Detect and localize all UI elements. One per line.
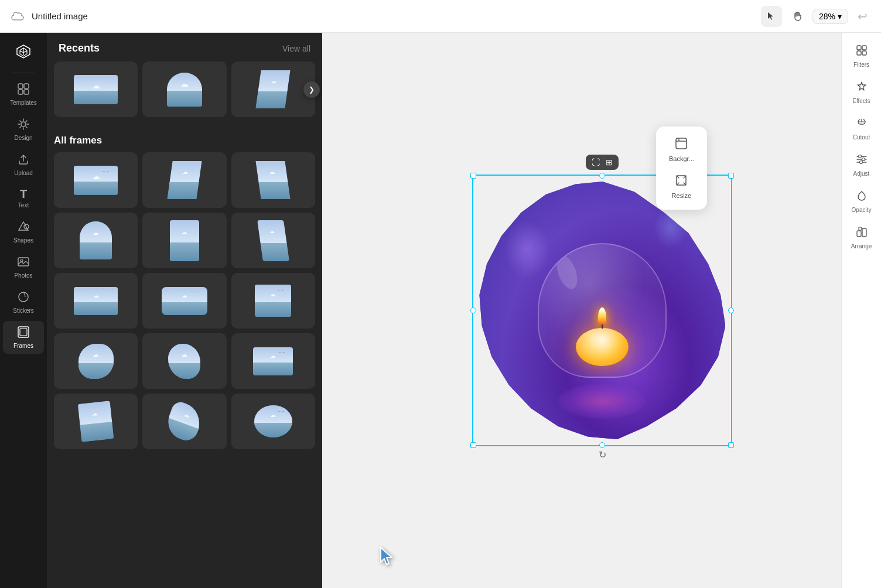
filters-icon [856, 45, 868, 59]
adjust-label: Adjust [853, 170, 870, 177]
frame-item-4[interactable]: ☁ [54, 213, 138, 268]
design-icon [17, 118, 30, 132]
document-title: Untitled image [32, 11, 88, 21]
adjust-icon [856, 153, 868, 168]
all-frames-grid: ☁ ~ ~ ☁ [54, 152, 315, 449]
sidebar-item-design[interactable]: Design [3, 113, 44, 146]
upload-label: Upload [14, 170, 33, 176]
transform-bar: ⛶ ⊞ [586, 155, 619, 170]
frame-item-2[interactable]: ☁ [142, 152, 226, 208]
right-item-arrange[interactable]: Arrange [844, 221, 879, 254]
background-label: Backgr... [669, 155, 694, 162]
cloud-icon [9, 8, 26, 25]
rotate-handle[interactable]: ↻ [599, 449, 606, 460]
shapes-label: Shapes [13, 237, 33, 244]
frame-item-10[interactable]: ☁ [54, 333, 138, 389]
hand-tool-button[interactable] [787, 6, 808, 27]
frame-item-7[interactable]: ☁ [54, 273, 138, 329]
sidebar-item-templates[interactable]: Templates [3, 78, 44, 111]
resize-button[interactable]: Resize [662, 169, 701, 204]
frame-item-14[interactable]: ☁ [142, 394, 226, 449]
frame-item-11[interactable]: ☁ [142, 333, 226, 389]
recent-frame-3[interactable]: ☁ [231, 61, 315, 117]
panel-content: ☁ ☁ [47, 61, 322, 588]
topbar-left: Untitled image [9, 8, 88, 25]
svg-rect-3 [24, 90, 29, 94]
selection-box[interactable]: ⛶ ⊞ ↻ [472, 175, 732, 446]
recent-frame-2[interactable]: ☁ [142, 61, 226, 117]
recents-title: Recents [59, 42, 100, 54]
view-all-button[interactable]: View all [282, 44, 310, 53]
canvas-image-container: ⛶ ⊞ ↻ [472, 175, 732, 446]
right-item-filters[interactable]: Filters [844, 40, 879, 73]
right-item-adjust[interactable]: Adjust [844, 149, 879, 182]
upload-icon [17, 153, 30, 167]
canvas-area[interactable]: Backgr... Resize ⛶ [322, 33, 841, 588]
shapes-icon [17, 220, 30, 235]
recent-frame-1[interactable]: ☁ [54, 61, 138, 117]
zoom-level: 28% [819, 12, 835, 21]
svg-rect-25 [859, 227, 862, 230]
frame-item-1[interactable]: ☁ ~ ~ [54, 152, 138, 208]
background-icon [675, 137, 688, 153]
recents-grid: ☁ ☁ [54, 61, 315, 117]
sidebar-item-frames[interactable]: Frames [3, 321, 44, 354]
frame-item-12[interactable]: ☁ ~ ~ [231, 333, 315, 389]
right-item-effects[interactable]: Effects [844, 76, 879, 109]
frame-item-8[interactable]: ☁ ~ ~ [142, 273, 226, 329]
frame-item-3[interactable]: ☁ [231, 152, 315, 208]
frame-item-6[interactable]: ☁ [231, 213, 315, 268]
candle-image [473, 176, 731, 445]
text-label: Text [18, 202, 29, 208]
select-tool-button[interactable] [761, 6, 782, 27]
cursor-pointer [378, 546, 397, 570]
svg-rect-11 [676, 138, 687, 149]
sidebar-item-upload[interactable]: Upload [3, 148, 44, 181]
filters-label: Filters [853, 61, 869, 68]
effects-label: Effects [852, 98, 870, 104]
app-logo [12, 40, 35, 63]
topbar-right: 28% ▾ ↩ [761, 6, 872, 27]
cutout-icon [856, 117, 868, 132]
arrange-label: Arrange [851, 243, 872, 249]
recents-next-arrow[interactable]: ❯ [303, 81, 320, 98]
svg-rect-14 [862, 46, 866, 50]
right-item-cutout[interactable]: Cutout [844, 112, 879, 145]
canvas-white: Backgr... Resize ⛶ [322, 33, 841, 588]
photos-label: Photos [14, 272, 32, 279]
background-button[interactable]: Backgr... [662, 132, 701, 167]
frame-item-9[interactable]: ☁ ~ ~ [231, 273, 315, 329]
opacity-icon [856, 190, 868, 204]
svg-point-22 [859, 161, 862, 164]
svg-rect-15 [857, 51, 861, 55]
crop-icon[interactable]: ⛶ [592, 158, 600, 167]
grid-icon[interactable]: ⊞ [606, 158, 613, 167]
stickers-icon [17, 290, 30, 305]
frame-item-13[interactable]: ☁ [54, 394, 138, 449]
templates-label: Templates [10, 100, 37, 106]
zoom-control[interactable]: 28% ▾ [812, 9, 848, 24]
undo-button[interactable]: ↩ [853, 7, 872, 26]
svg-rect-2 [18, 90, 23, 94]
right-item-opacity[interactable]: Opacity [844, 185, 879, 218]
sidebar-item-text[interactable]: T Text [3, 183, 44, 213]
all-frames-title: All frames [54, 127, 315, 152]
resize-label: Resize [672, 192, 692, 199]
arrange-icon [856, 226, 868, 241]
resize-icon [675, 174, 688, 190]
svg-rect-0 [18, 84, 23, 88]
svg-point-4 [21, 122, 26, 127]
zoom-chevron-icon: ▾ [838, 12, 842, 21]
sidebar-item-stickers[interactable]: Stickers [3, 286, 44, 319]
main-layout: Templates Design Upload T Text [0, 33, 881, 588]
frame-item-5[interactable]: ☁ [142, 213, 226, 268]
stickers-label: Stickers [13, 307, 34, 314]
sidebar-item-photos[interactable]: Photos [3, 251, 44, 283]
svg-rect-24 [862, 228, 866, 237]
sidebar-item-shapes[interactable]: Shapes [3, 216, 44, 248]
frame-item-15[interactable]: ☁ ~ ~ [231, 394, 315, 449]
frames-icon [17, 326, 30, 340]
panel-header: Recents View all [47, 33, 322, 61]
right-sidebar: Filters Effects Cutout [841, 33, 881, 588]
svg-point-8 [19, 292, 28, 302]
